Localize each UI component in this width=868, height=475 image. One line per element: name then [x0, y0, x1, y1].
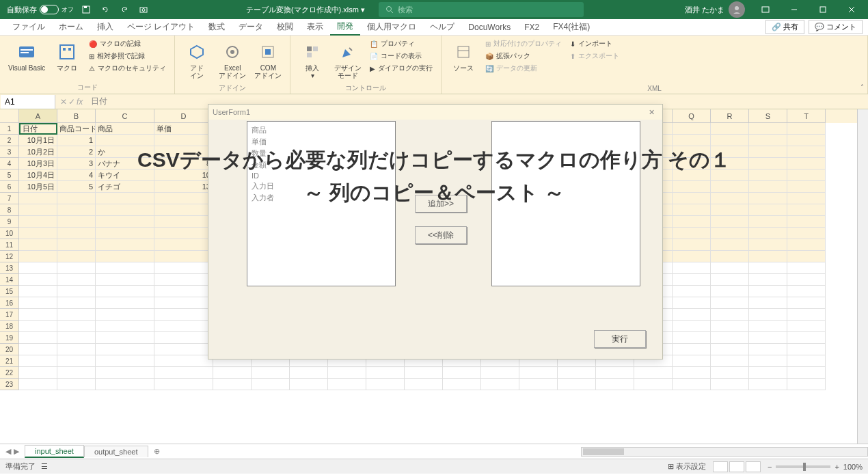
horizontal-scrollbar[interactable] — [581, 447, 868, 457]
list-item[interactable]: 商品 — [250, 124, 392, 136]
refresh-data-button[interactable]: 🔄 データの更新 — [483, 63, 565, 74]
cell-T23[interactable] — [787, 379, 826, 390]
cell-Q22[interactable] — [673, 367, 711, 379]
autosave-toggle[interactable] — [40, 5, 59, 14]
cell-Q20[interactable] — [673, 344, 711, 355]
xml-source-button[interactable]: ソース — [447, 38, 480, 74]
cell-S9[interactable] — [749, 216, 787, 228]
cell-Q2[interactable] — [673, 135, 711, 146]
zoom-in-icon[interactable]: + — [835, 463, 839, 471]
cell-S20[interactable] — [749, 344, 787, 355]
cell-D18[interactable] — [154, 321, 213, 332]
cell-Q6[interactable] — [673, 181, 711, 193]
cell-C6[interactable]: イチゴ — [96, 181, 154, 193]
cell-A2[interactable]: 10月1日 — [19, 135, 57, 146]
col-header-T[interactable]: T — [787, 109, 826, 123]
row-header-11[interactable]: 11 — [0, 239, 19, 251]
row-header-3[interactable]: 3 — [0, 146, 19, 158]
cell-C19[interactable] — [96, 332, 154, 344]
map-props-button[interactable]: ⊞ 対応付けのプロパティ — [483, 38, 565, 49]
cell-G23[interactable] — [290, 379, 328, 390]
sheet-tab-output[interactable]: output_sheet — [84, 446, 148, 457]
share-button[interactable]: 🔗 共有 — [765, 20, 804, 34]
row-header-22[interactable]: 22 — [0, 367, 19, 379]
cell-T17[interactable] — [787, 309, 826, 321]
cell-B17[interactable] — [57, 309, 96, 321]
list-item[interactable]: 入力者 — [250, 192, 392, 204]
execute-button[interactable]: 実行 — [594, 330, 646, 348]
userform-close-icon[interactable]: ✕ — [645, 106, 658, 118]
cell-S2[interactable] — [749, 135, 787, 146]
cell-A15[interactable] — [19, 286, 57, 297]
cell-K22[interactable] — [443, 367, 481, 379]
row-header-7[interactable]: 7 — [0, 193, 19, 204]
cell-D8[interactable] — [154, 204, 213, 216]
vertical-scrollbar[interactable] — [857, 109, 868, 444]
cell-D20[interactable] — [154, 344, 213, 355]
cell-S8[interactable] — [749, 204, 787, 216]
zoom-out-icon[interactable]: − — [768, 463, 772, 471]
cell-D17[interactable] — [154, 309, 213, 321]
visual-basic-button[interactable]: Visual Basic — [5, 38, 48, 74]
cell-C15[interactable] — [96, 286, 154, 297]
ribbon-tab-FX2[interactable]: FX2 — [517, 19, 546, 36]
row-header-23[interactable]: 23 — [0, 379, 19, 390]
cell-C5[interactable]: キウイ — [96, 169, 154, 181]
cell-B3[interactable]: 2 — [57, 146, 96, 158]
cell-D19[interactable] — [154, 332, 213, 344]
cell-B13[interactable] — [57, 262, 96, 274]
cell-B20[interactable] — [57, 344, 96, 355]
cell-H23[interactable] — [328, 379, 366, 390]
cell-C3[interactable]: か — [96, 146, 154, 158]
close-icon[interactable] — [838, 0, 865, 19]
cell-D13[interactable] — [154, 262, 213, 274]
cell-A5[interactable]: 10月4日 — [19, 169, 57, 181]
cell-L23[interactable] — [481, 379, 519, 390]
cell-Q11[interactable] — [673, 239, 711, 251]
cell-S17[interactable] — [749, 309, 787, 321]
cell-C4[interactable]: バナナ — [96, 158, 154, 169]
row-header-19[interactable]: 19 — [0, 332, 19, 344]
com-addin-button[interactable]: COM アドイン — [252, 38, 284, 82]
col-header-S[interactable]: S — [749, 109, 787, 123]
cell-S18[interactable] — [749, 321, 787, 332]
cell-C16[interactable] — [96, 297, 154, 309]
cell-B9[interactable] — [57, 216, 96, 228]
cell-T15[interactable] — [787, 286, 826, 297]
maximize-icon[interactable] — [809, 0, 837, 19]
cell-B7[interactable] — [57, 193, 96, 204]
cell-T22[interactable] — [787, 367, 826, 379]
cell-B23[interactable] — [57, 379, 96, 390]
cell-T18[interactable] — [787, 321, 826, 332]
cell-D16[interactable] — [154, 297, 213, 309]
cell-I23[interactable] — [366, 379, 405, 390]
cell-Q1[interactable] — [673, 123, 711, 135]
normal-view-icon[interactable] — [713, 461, 728, 472]
zoom-label[interactable]: 100% — [843, 463, 863, 471]
cell-A21[interactable] — [19, 355, 57, 367]
cell-R2[interactable] — [711, 135, 749, 146]
cell-S16[interactable] — [749, 297, 787, 309]
ribbon-tab-開発[interactable]: 開発 — [330, 19, 360, 36]
delete-button[interactable]: <<削除 — [415, 226, 467, 244]
excel-addin-button[interactable]: Excel アドイン — [216, 38, 249, 82]
sheet-nav-next-icon[interactable]: ▶ — [14, 447, 19, 456]
cancel-formula-icon[interactable]: ✕ — [60, 97, 67, 107]
cell-A11[interactable] — [19, 239, 57, 251]
cell-C18[interactable] — [96, 321, 154, 332]
macro-security-button[interactable]: ⚠ マクロのセキュリティ — [86, 63, 169, 74]
cell-C23[interactable] — [96, 379, 154, 390]
cell-T2[interactable] — [787, 135, 826, 146]
minimize-icon[interactable] — [781, 0, 808, 19]
cell-J23[interactable] — [405, 379, 443, 390]
cell-Q23[interactable] — [673, 379, 711, 390]
accept-formula-icon[interactable]: ✓ — [68, 97, 75, 107]
view-code-button[interactable]: 📄 コードの表示 — [367, 51, 435, 62]
cell-S21[interactable] — [749, 355, 787, 367]
cell-D4[interactable]: 8 — [154, 158, 213, 169]
cell-C21[interactable] — [96, 355, 154, 367]
cell-B10[interactable] — [57, 228, 96, 239]
cell-A23[interactable] — [19, 379, 57, 390]
cell-M23[interactable] — [519, 379, 558, 390]
cell-F23[interactable] — [252, 379, 290, 390]
